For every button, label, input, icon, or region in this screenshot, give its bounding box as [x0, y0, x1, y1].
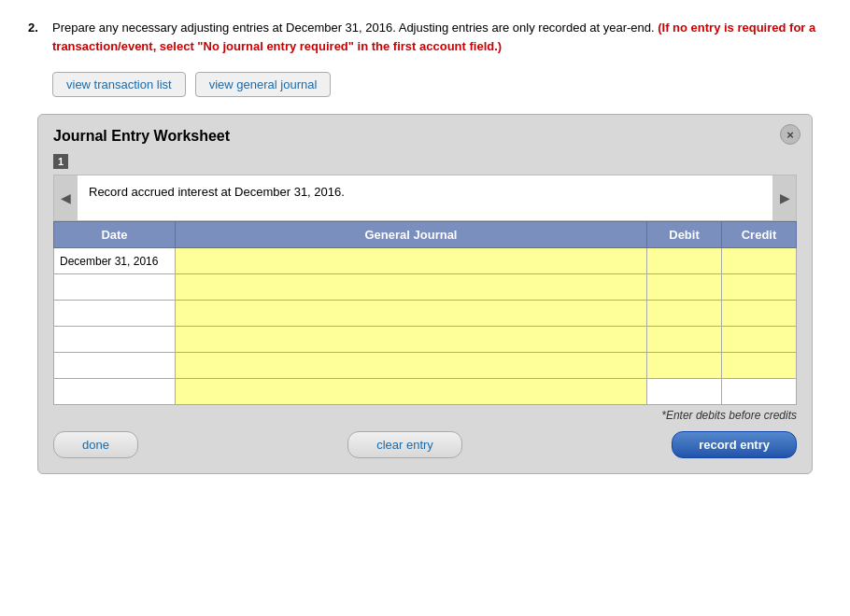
carousel-inner: ◀ Record accrued interest at December 31… — [53, 175, 797, 221]
carousel-description: Record accrued interest at December 31, … — [77, 175, 773, 220]
table-row — [54, 301, 797, 327]
credit-cell-2[interactable] — [722, 274, 797, 301]
table-header-row: Date General Journal Debit Credit — [54, 222, 797, 248]
instruction-text: Prepare any necessary adjusting entries … — [52, 19, 822, 55]
debit-input-5[interactable] — [653, 358, 715, 372]
done-button[interactable]: done — [53, 431, 138, 458]
journal-input-6[interactable] — [181, 385, 641, 399]
entry-number-wrap: 1 — [53, 154, 797, 173]
journal-input-1[interactable] — [181, 254, 641, 268]
journal-entry-worksheet-card: Journal Entry Worksheet × 1 ◀ Record acc… — [37, 114, 813, 474]
table-row — [54, 274, 797, 301]
entry-number-badge: 1 — [53, 154, 68, 169]
credit-input-2[interactable] — [728, 280, 790, 294]
date-cell-1: December 31, 2016 — [54, 248, 176, 274]
journal-cell-5[interactable] — [176, 353, 647, 379]
debit-cell-2[interactable] — [647, 274, 722, 301]
credit-input-3[interactable] — [728, 306, 790, 320]
journal-cell-6[interactable] — [176, 379, 647, 405]
carousel-next-button[interactable]: ▶ — [773, 175, 796, 220]
journal-cell-3[interactable] — [176, 301, 647, 327]
instruction-number: 2. — [28, 19, 45, 55]
credit-cell-5[interactable] — [722, 353, 797, 379]
table-row — [54, 379, 797, 405]
journal-input-2[interactable] — [181, 280, 641, 294]
instruction-normal-text: Prepare any necessary adjusting entries … — [52, 21, 655, 35]
table-row — [54, 327, 797, 353]
table-row: December 31, 2016 — [54, 248, 797, 274]
credit-input-5[interactable] — [728, 358, 790, 372]
credit-cell-1[interactable] — [722, 248, 797, 274]
hint-text: *Enter debits before credits — [53, 409, 797, 422]
date-cell-2 — [54, 274, 176, 301]
header-credit: Credit — [722, 222, 797, 248]
instruction-block: 2. Prepare any necessary adjusting entri… — [28, 19, 822, 55]
debit-cell-5[interactable] — [647, 353, 722, 379]
date-cell-3 — [54, 301, 176, 327]
top-button-row: view transaction list view general journ… — [52, 72, 822, 97]
credit-input-4[interactable] — [728, 332, 790, 346]
journal-cell-2[interactable] — [176, 274, 647, 301]
header-date: Date — [54, 222, 176, 248]
record-entry-button[interactable]: record entry — [672, 431, 797, 458]
date-cell-5 — [54, 353, 176, 379]
bottom-button-row: done clear entry record entry — [53, 431, 797, 458]
header-debit: Debit — [647, 222, 722, 248]
debit-input-4[interactable] — [653, 332, 715, 346]
debit-input-3[interactable] — [653, 306, 715, 320]
journal-cell-4[interactable] — [176, 327, 647, 353]
journal-table: Date General Journal Debit Credit Decemb… — [53, 221, 797, 405]
close-button[interactable]: × — [780, 124, 800, 145]
carousel-prev-button[interactable]: ◀ — [54, 175, 77, 220]
carousel-container: ◀ Record accrued interest at December 31… — [53, 175, 797, 221]
journal-input-5[interactable] — [181, 358, 641, 372]
credit-cell-6 — [722, 379, 797, 405]
date-cell-4 — [54, 327, 176, 353]
clear-entry-button[interactable]: clear entry — [347, 431, 462, 458]
table-row — [54, 353, 797, 379]
journal-cell-1[interactable] — [176, 248, 647, 274]
debit-input-2[interactable] — [653, 280, 715, 294]
journal-input-4[interactable] — [181, 332, 641, 346]
credit-input-1[interactable] — [728, 254, 790, 268]
header-general-journal: General Journal — [176, 222, 647, 248]
debit-cell-6 — [647, 379, 722, 405]
journal-input-3[interactable] — [181, 306, 641, 320]
date-cell-6 — [54, 379, 176, 405]
view-transaction-list-button[interactable]: view transaction list — [52, 72, 186, 97]
debit-cell-3[interactable] — [647, 301, 722, 327]
debit-cell-4[interactable] — [647, 327, 722, 353]
credit-cell-3[interactable] — [722, 301, 797, 327]
credit-cell-4[interactable] — [722, 327, 797, 353]
worksheet-title: Journal Entry Worksheet — [53, 128, 797, 145]
debit-input-1[interactable] — [653, 254, 715, 268]
debit-cell-1[interactable] — [647, 248, 722, 274]
view-general-journal-button[interactable]: view general journal — [195, 72, 332, 97]
